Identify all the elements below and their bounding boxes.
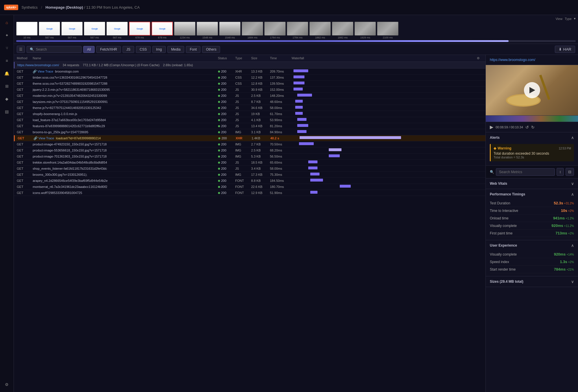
alerts-chevron-icon: ∧ [571,135,574,140]
filmstrip-frame[interactable]: 1548 ms [219,22,241,39]
filter-css-button[interactable]: CSS [136,46,151,53]
size-cell: 8.8 KB [251,179,270,182]
sidebar-item-grid[interactable]: ⊞ [3,82,11,90]
status-cell: 200 [218,179,235,182]
table-row[interactable]: GET shop_events_listener-fa61fd11817b231… [14,166,485,172]
name-cell: product-image-553656618_150x150.jpg?v=15… [33,149,218,152]
time-cell: 184.50ms [270,179,292,182]
name-cell: theme.scss.css?v=53728274899031920981547… [33,82,218,85]
time-cell: 40.2 s [270,136,292,140]
table-row[interactable]: GET theme.js?v=8277975124401469205153012… [14,105,485,111]
search-input[interactable] [36,47,76,51]
table-row[interactable]: GET jquery-2.2.3.min.js?v=58211863146907… [14,87,485,93]
filmstrip-frame[interactable]: Google567 ms [84,22,105,39]
refresh-button[interactable]: ↻ [531,125,535,130]
filmstrip-frame[interactable]: 2100 ms [377,22,398,39]
status-cell: 200 [218,70,235,73]
waterfall-cell [292,112,477,116]
filmstrip-frame[interactable]: 1548 ms [197,22,218,39]
filter-fetch-button[interactable]: Fetch/XHR [96,46,121,53]
web-vitals-header[interactable]: Web Vitals ∨ [486,178,578,189]
table-row[interactable]: GET features-87e8399988880142f2c62771b9d… [14,123,485,129]
col-settings-icon[interactable]: ⚙ [477,56,483,60]
filmstrip-frame[interactable]: Google678 ms [129,22,150,39]
method-cell: GET [17,100,33,103]
view-trace-link[interactable]: 🔗 View Trace [34,136,54,140]
sidebar-item-activity[interactable]: ✦ [3,31,11,39]
sidebar-item-list[interactable]: ≡ [3,57,11,65]
table-row[interactable]: GET product-image-553656618_150x150.jpg?… [14,147,485,154]
size-cell: 4.1 KB [251,118,270,122]
filmstrip-frame[interactable]: 1929 ms [354,22,376,39]
rp-url[interactable]: https://www.broomstogo.com/ [486,55,578,65]
table-row[interactable]: GET 🔗 View Trace broomstogo.com 200 XHR … [14,69,485,75]
perf-timings-header[interactable]: Performance Timings ∧ [486,189,578,199]
ux-header[interactable]: User Experience ∧ [486,240,578,251]
sidebar-item-tag[interactable]: ◆ [3,95,11,103]
table-row-highlighted[interactable]: GET 🔗 View Trace loadcart/?id=87e8399988… [14,135,485,141]
filter-all-button[interactable]: All [83,46,95,53]
filmstrip-progress[interactable] [16,40,576,42]
sidebar-item-settings[interactable]: ⚙ [3,380,11,389]
filter-metrics-button[interactable]: ⊟ [566,168,574,176]
har-button[interactable]: ⬇ HAR [555,46,575,53]
search-box[interactable]: 🔍 [27,46,82,53]
filmstrip-frame[interactable]: 1784 ms [264,22,286,39]
play-button[interactable] [524,82,540,98]
filter-font-button[interactable]: Font [186,46,200,53]
filmstrip-frame[interactable]: Google567 ms [61,22,83,39]
alerts-header[interactable]: Alerts ∧ [486,132,578,143]
table-row[interactable]: GET trekkie.storefront.14a2a604dac04b548… [14,160,485,166]
table-row[interactable]: GET product-image-474923150_150x150.jpg?… [14,141,485,147]
table-row[interactable]: GET modernizr.min.js?v=21391054748206432… [14,93,485,99]
table-row[interactable]: GET icons.woff?2985333904581004725 200 F… [14,190,485,196]
timeline-strip[interactable] [486,116,578,122]
filmstrip-frame[interactable]: 1684 ms [242,22,263,39]
table-row[interactable]: GET product-image-701361903_150x150.jpg?… [14,154,485,160]
filmstrip-frame[interactable]: Google678 ms [152,22,173,39]
method-cell: GET [17,70,33,73]
filmstrip-frame[interactable]: 10 ms [16,22,38,39]
size-cell: 3.1 KB [251,130,270,134]
time-cell: 61.70ms [270,112,292,116]
table-row[interactable]: GET brooms_300x300.jpg?v=1530126951); 20… [14,172,485,178]
filmstrip-frame[interactable]: 1882 ms [332,22,353,39]
method-cell: GET [17,167,33,170]
search-metrics-input[interactable] [496,168,555,176]
filmstrip-frame[interactable]: 1234 ms [174,22,195,39]
play-pause-button[interactable]: ▶ [490,124,493,130]
sizes-title: Sizes (29.4 MB total) [490,280,523,284]
sidebar-item-table[interactable]: ▤ [3,108,11,116]
name-cell: 🔗 View Trace loadcart/?id=87e83999888021… [34,136,218,140]
table-row[interactable]: GET brooms-to-go_250x.jpg?v=1547728695 2… [14,129,485,135]
sizes-header[interactable]: Sizes (29.4 MB total) ∨ [486,276,578,287]
table-row[interactable]: GET lazysizes.min.js?v=37531750901115495… [14,99,485,105]
filter-button[interactable]: ☰ [17,46,25,53]
rewind-button[interactable]: ↺ [525,125,529,130]
table-row[interactable]: GET timber.scss.css?v=136334301661296704… [14,75,485,81]
table-row[interactable]: GET montserrat_n6.7a3c341961dc23aaabcc11… [14,184,485,190]
method-cell: GET [17,191,33,195]
filmstrip-frame[interactable]: Google567 ms [39,22,60,39]
type-cell: FONT [235,191,251,195]
table-row[interactable]: GET theme.scss.css?v=5372827489903192098… [14,81,485,87]
table-row[interactable]: GET arapey_n4.2d2866546ce54f39e3baf69f5d… [14,178,485,184]
filter-js-button[interactable]: JS [123,46,134,53]
sidebar-item-notification[interactable]: 🔔 [3,69,11,77]
filmstrip-frame[interactable]: 1784 ms [287,22,308,39]
table-row[interactable]: GET shopify-boomerang-1.0.0.min.js 200 J… [14,111,485,117]
sidebar-item-home[interactable]: ⌂ [3,19,11,27]
sort-button[interactable]: ↕ [557,168,564,176]
view-trace-link[interactable]: 🔗 View Trace [33,70,53,73]
filter-others-button[interactable]: Others [202,46,220,53]
table-row[interactable]: GET load_feature-37a17a663bce00c3e1703d2… [14,117,485,123]
filter-media-button[interactable]: Media [167,46,184,53]
type-dropdown-icon[interactable]: ▾ [574,17,576,21]
col-method: Method [17,56,33,60]
name-cell: shopify-boomerang-1.0.0.min.js [33,112,218,116]
filmstrip-frame[interactable]: 1882 ms [309,22,331,39]
type-cell: JS [235,106,251,110]
filmstrip-frame[interactable]: Google567 ms [106,22,128,39]
sidebar-item-branch[interactable]: ⑂ [3,44,11,52]
filter-img-button[interactable]: Img [152,46,166,53]
